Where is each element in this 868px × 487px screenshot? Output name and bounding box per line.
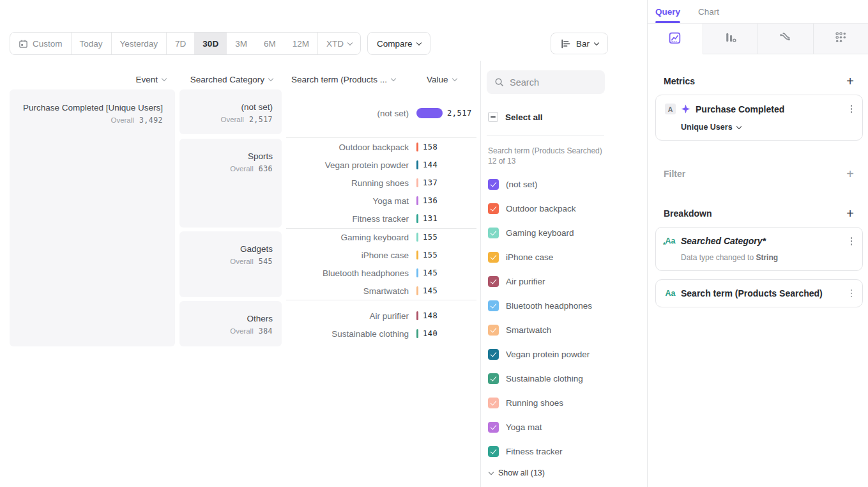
chevron-down-icon	[347, 40, 353, 45]
metric-card[interactable]: A Purchase Completed Unique Users	[655, 95, 863, 141]
term-bar	[416, 329, 418, 338]
report-tab-retention[interactable]	[813, 24, 868, 54]
select-all-checkbox[interactable]	[488, 112, 498, 122]
date-range-today[interactable]: Today	[71, 33, 111, 54]
term-row-air-purifier[interactable]: Air purifier148	[286, 309, 478, 323]
term-value: 158	[423, 143, 438, 151]
measure-dropdown[interactable]: Unique Users	[681, 123, 853, 132]
breakdown-card-searched-category[interactable]: Aa*Searched Category*Data type changed t…	[655, 227, 863, 271]
term-row-vegan-protein-powder[interactable]: Vegan protein powder144	[286, 158, 478, 172]
term-row-yoga-mat[interactable]: Yoga mat136	[286, 194, 478, 208]
breakdown-card-search-term-products-searched[interactable]: AaSearch term (Products Searched)	[655, 279, 863, 308]
legend-item-yoga-mat[interactable]: Yoga mat	[488, 421, 542, 433]
term-row-outdoor-backpack[interactable]: Outdoor backpack158	[286, 140, 478, 154]
legend-checkbox[interactable]	[488, 349, 499, 360]
show-all-link[interactable]: Show all (13)	[489, 468, 545, 477]
add-breakdown-button[interactable]: +	[846, 209, 854, 218]
legend-item-iphone-case[interactable]: iPhone case	[488, 251, 553, 263]
tab-chart[interactable]: Chart	[698, 0, 719, 23]
tab-query[interactable]: Query	[655, 0, 680, 23]
legend-checkbox[interactable]	[488, 446, 499, 457]
term-row-not-set[interactable]: (not set)2,517	[286, 106, 478, 120]
term-bar	[416, 108, 443, 118]
date-range-xtd[interactable]: XTD	[317, 33, 360, 54]
report-tab-insights[interactable]	[648, 24, 703, 54]
legend-item-outdoor-backpack[interactable]: Outdoor backpack	[488, 203, 576, 214]
chevron-down-icon	[594, 40, 599, 45]
legend-checkbox[interactable]	[488, 203, 499, 214]
select-all-row[interactable]: Select all	[488, 112, 543, 122]
date-range-3m[interactable]: 3M	[227, 33, 255, 54]
legend-item-air-purifier[interactable]: Air purifier	[488, 275, 545, 287]
legend-item-fitness-tracker[interactable]: Fitness tracker	[488, 445, 563, 457]
category-cell-sports[interactable]: SportsOverall636	[179, 139, 282, 228]
legend-item-bluetooth-headphones[interactable]: Bluetooth headphones	[488, 300, 592, 311]
column-header-event[interactable]: Event	[10, 75, 166, 84]
legend-item-not-set[interactable]: (not set)	[488, 178, 538, 190]
report-tab-flows[interactable]	[758, 24, 813, 54]
term-label: Gaming keyboard	[286, 233, 409, 242]
term-bar	[416, 311, 418, 320]
overall-label: Overall	[220, 116, 243, 123]
legend-checkbox[interactable]	[488, 276, 499, 287]
retention-icon	[834, 31, 848, 47]
group-divider	[286, 300, 476, 300]
term-row-iphone-case[interactable]: iPhone case155	[286, 248, 478, 262]
legend-search[interactable]	[487, 70, 605, 94]
column-header-searched-category[interactable]: Searched Category	[153, 75, 273, 84]
category-overall: Overall636	[179, 164, 273, 173]
date-range-yesterday[interactable]: Yesterday	[111, 33, 167, 54]
report-tab-funnels[interactable]	[703, 24, 758, 54]
legend-checkbox[interactable]	[488, 179, 499, 190]
category-cell-not-set[interactable]: (not set)Overall2,517	[179, 89, 282, 134]
legend-checkbox[interactable]	[488, 300, 499, 311]
date-range-custom[interactable]: Custom	[10, 33, 71, 54]
term-label: Sustainable clothing	[286, 329, 409, 339]
term-label: Yoga mat	[286, 196, 409, 206]
legend-item-sustainable-clothing[interactable]: Sustainable clothing	[488, 373, 583, 384]
term-row-bluetooth-headphones[interactable]: Bluetooth headphones145	[286, 266, 478, 280]
column-header-search-term[interactable]: Search term (Products ...	[291, 75, 395, 84]
legend-checkbox[interactable]	[488, 325, 499, 336]
breakdown-menu-icon[interactable]	[849, 236, 854, 247]
chart-type-button[interactable]: Bar	[551, 33, 608, 54]
term-row-gaming-keyboard[interactable]: Gaming keyboard155	[286, 230, 478, 244]
legend-checkbox[interactable]	[488, 398, 499, 408]
legend-item-gaming-keyboard[interactable]: Gaming keyboard	[488, 227, 574, 238]
legend-item-smartwatch[interactable]: Smartwatch	[488, 324, 551, 336]
date-range-12m[interactable]: 12M	[284, 33, 317, 54]
legend-item-running-shoes[interactable]: Running shoes	[488, 397, 563, 408]
date-range-7d[interactable]: 7D	[166, 33, 194, 54]
chevron-down-icon	[452, 76, 457, 81]
search-input[interactable]	[510, 77, 593, 88]
legend-checkbox[interactable]	[488, 422, 499, 433]
legend-label: Vegan protein powder	[506, 350, 590, 359]
term-value: 2,517	[447, 109, 472, 118]
term-row-running-shoes[interactable]: Running shoes137	[286, 176, 478, 190]
column-header-value[interactable]: Value	[427, 75, 457, 84]
date-range-30d[interactable]: 30D	[194, 33, 227, 54]
term-row-fitness-tracker[interactable]: Fitness tracker131	[286, 212, 478, 226]
date-range-6m[interactable]: 6M	[255, 33, 284, 54]
add-filter-button[interactable]: +	[846, 169, 854, 178]
legend-item-vegan-protein-powder[interactable]: Vegan protein powder	[488, 348, 590, 360]
term-value: 155	[423, 251, 438, 259]
breakdown-menu-icon[interactable]	[849, 288, 854, 299]
metric-menu-icon[interactable]	[849, 104, 854, 114]
date-range-label: 6M	[264, 39, 276, 49]
add-metric-button[interactable]: +	[846, 77, 854, 86]
legend-checkbox[interactable]	[488, 228, 499, 238]
legend-checkbox[interactable]	[488, 373, 499, 384]
category-cell-others[interactable]: OthersOverall384	[179, 301, 282, 346]
legend-checkbox[interactable]	[488, 252, 499, 263]
group-divider	[286, 137, 476, 138]
date-range-label: 3M	[235, 39, 247, 49]
term-row-sustainable-clothing[interactable]: Sustainable clothing140	[286, 327, 478, 341]
term-value: 148	[423, 311, 438, 320]
compare-button[interactable]: Compare	[367, 32, 431, 55]
term-value: 144	[423, 160, 438, 169]
category-cell-gadgets[interactable]: GadgetsOverall545	[179, 231, 282, 297]
term-row-smartwatch[interactable]: Smartwatch145	[286, 284, 478, 298]
string-property-icon: Aa*	[665, 236, 676, 245]
event-cell[interactable]: Purchase Completed [Unique Users] Overal…	[10, 89, 175, 346]
